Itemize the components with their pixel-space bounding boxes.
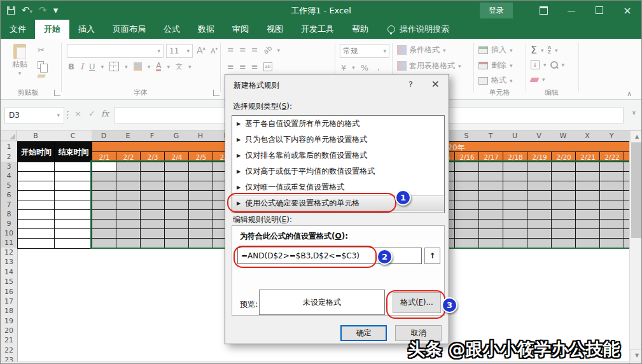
wrap-text-icon[interactable]: ab — [263, 62, 272, 71]
tab-data[interactable]: 数据 — [189, 20, 223, 39]
tab-review[interactable]: 审阅 — [223, 20, 258, 39]
name-box-dropdown-icon[interactable]: ▾ — [57, 112, 60, 118]
row-header-16[interactable]: 16 — [1, 286, 18, 297]
fill-color-icon[interactable] — [134, 62, 142, 71]
find-select-icon[interactable] — [550, 61, 558, 69]
autosum-icon[interactable]: Σ — [531, 44, 537, 56]
row-header-13[interactable]: 13 — [1, 257, 18, 267]
align-middle-icon[interactable]: ≡ — [239, 45, 246, 55]
comma-style-icon[interactable]: ， — [374, 62, 382, 73]
row-header-10[interactable]: 10 — [1, 228, 18, 239]
fill-dropdown-icon[interactable]: ▾ — [148, 64, 151, 70]
accounting-format-icon[interactable]: ¥ — [341, 63, 346, 73]
rule-type-item-selected[interactable]: ▶使用公式确定要设置格式的单元格 — [232, 195, 444, 211]
row-header-1[interactable]: 1 — [1, 141, 18, 152]
row-header-9[interactable]: 9 — [1, 219, 18, 229]
font-name-combo[interactable]: ▾ — [67, 44, 164, 58]
align-right-icon[interactable]: ≡ — [251, 62, 258, 71]
tab-insert[interactable]: 插入 — [69, 20, 104, 39]
font-dialog-launcher[interactable] — [213, 90, 220, 96]
clipboard-dialog-launcher[interactable] — [54, 90, 60, 96]
grow-font-icon[interactable]: A▴ — [197, 45, 206, 55]
format-as-table-button[interactable]: 套用表格格式 — [409, 60, 455, 71]
tab-view[interactable]: 视图 — [258, 20, 292, 39]
underline-dropdown-icon[interactable]: ▾ — [101, 64, 104, 70]
align-left-icon[interactable]: ≡ — [227, 62, 234, 71]
tab-help[interactable]: 帮助 — [343, 20, 377, 39]
tab-formulas[interactable]: 公式 — [155, 20, 189, 39]
ribbon-display-options-button[interactable] — [529, 1, 557, 20]
row-header-3[interactable]: 3 — [1, 162, 18, 172]
align-center-icon[interactable]: ≡ — [239, 62, 246, 71]
sort-filter-icon[interactable]: AZ — [548, 46, 551, 55]
cell-end-time-header[interactable]: 结束时间 — [54, 141, 93, 163]
row-header-11[interactable]: 11 — [1, 238, 18, 248]
cut-icon[interactable]: ✂ — [38, 45, 45, 55]
font-color-icon[interactable]: A — [156, 62, 161, 71]
clear-icon[interactable] — [529, 78, 539, 82]
delete-cells-button[interactable]: 删除 — [491, 60, 506, 71]
vertical-scrollbar[interactable]: ▲ ▼ — [629, 130, 642, 364]
maximize-button[interactable] — [585, 1, 613, 20]
collapse-ribbon-icon[interactable]: ∧ — [627, 90, 632, 98]
row-header-18[interactable]: 18 — [1, 306, 18, 316]
scroll-up-icon[interactable]: ▲ — [630, 130, 642, 143]
borders-dropdown-icon[interactable]: ▾ — [125, 64, 128, 70]
row-header-5[interactable]: 5 — [1, 181, 18, 191]
expand-formula-bar-icon[interactable]: ∨ — [632, 109, 636, 116]
enter-entry-icon[interactable]: ✓ — [88, 109, 95, 118]
accounting-dropdown-icon[interactable]: ▾ — [352, 64, 355, 71]
row-header-21[interactable]: 21 — [1, 335, 18, 346]
percent-style-icon[interactable]: % — [361, 63, 368, 73]
tab-page-layout[interactable]: 页面布局 — [104, 20, 155, 39]
dialog-close-icon[interactable]: × — [431, 78, 440, 90]
copy-icon[interactable] — [38, 61, 44, 69]
rule-type-item[interactable]: ▶基于各自值设置所有单元格的格式 — [232, 116, 444, 132]
row-header-6[interactable]: 6 — [1, 190, 18, 200]
insert-cells-button[interactable]: 插入 — [491, 45, 506, 55]
cancel-entry-icon[interactable]: × — [74, 109, 81, 118]
minimize-button[interactable]: — — [557, 1, 585, 20]
dialog-help-icon[interactable]: ? — [408, 80, 413, 89]
column-header-C[interactable]: C — [54, 130, 92, 142]
rule-type-item[interactable]: ▶仅对唯一值或重复值设置格式 — [232, 179, 444, 195]
font-color-dropdown-icon[interactable]: ▾ — [167, 64, 170, 70]
ok-button[interactable]: 确定 — [340, 325, 387, 341]
fill-icon[interactable]: ↓ — [531, 60, 540, 69]
row-header-7[interactable]: 7 — [1, 200, 18, 210]
underline-icon[interactable]: U — [89, 62, 95, 71]
scrollbar-thumb[interactable] — [631, 143, 641, 238]
italic-icon[interactable]: I — [80, 62, 83, 71]
align-top-icon[interactable]: ≡ — [227, 45, 234, 55]
paste-button[interactable]: 粘贴 ▾ — [8, 44, 31, 76]
cell-start-time-header[interactable]: 开始时间 — [17, 141, 55, 163]
close-button[interactable]: × — [613, 1, 641, 20]
row-header-19[interactable]: 19 — [1, 316, 18, 326]
row-header-17[interactable]: 17 — [1, 297, 18, 307]
tell-me-search[interactable]: 操作说明搜索 — [387, 20, 449, 39]
row-header-20[interactable]: 20 — [1, 326, 18, 336]
insert-function-icon[interactable]: fx — [101, 109, 109, 118]
rule-type-item[interactable]: ▶仅对高于或低于平均值的数值设置格式 — [232, 164, 444, 179]
row-header-4[interactable]: 4 — [1, 171, 18, 181]
rule-type-item[interactable]: ▶只为包含以下内容的单元格设置格式 — [232, 132, 444, 148]
font-size-combo[interactable]: 11▾ — [166, 44, 193, 58]
format-button[interactable]: 格式(F)... — [393, 292, 441, 313]
format-cells-button[interactable]: 格式 — [491, 75, 506, 86]
row-header-14[interactable]: 14 — [1, 267, 18, 277]
number-format-combo[interactable]: 常规▾ — [340, 44, 389, 58]
align-bottom-icon[interactable]: ≡ — [251, 45, 258, 55]
select-all-corner[interactable] — [1, 130, 17, 141]
conditional-formatting-button[interactable]: 条件格式 — [409, 45, 440, 55]
row-header-15[interactable]: 15 — [1, 277, 18, 287]
tab-home[interactable]: 开始 — [35, 20, 69, 39]
row-header-22[interactable]: 22 — [1, 345, 18, 355]
cell-end-time[interactable] — [54, 238, 93, 249]
tab-developer[interactable]: 开发工具 — [292, 20, 343, 39]
rule-formula-input[interactable]: =AND(D$2>=$B3,D$2<=$C3) — [237, 248, 422, 264]
sign-in-button[interactable]: 登录 — [480, 3, 513, 18]
scroll-down-icon[interactable]: ▼ — [630, 349, 642, 361]
phonetic-guide-icon[interactable]: 文 — [176, 62, 183, 71]
formula-bar-splitter[interactable] — [67, 110, 69, 120]
shrink-font-icon[interactable]: A▾ — [211, 46, 218, 55]
